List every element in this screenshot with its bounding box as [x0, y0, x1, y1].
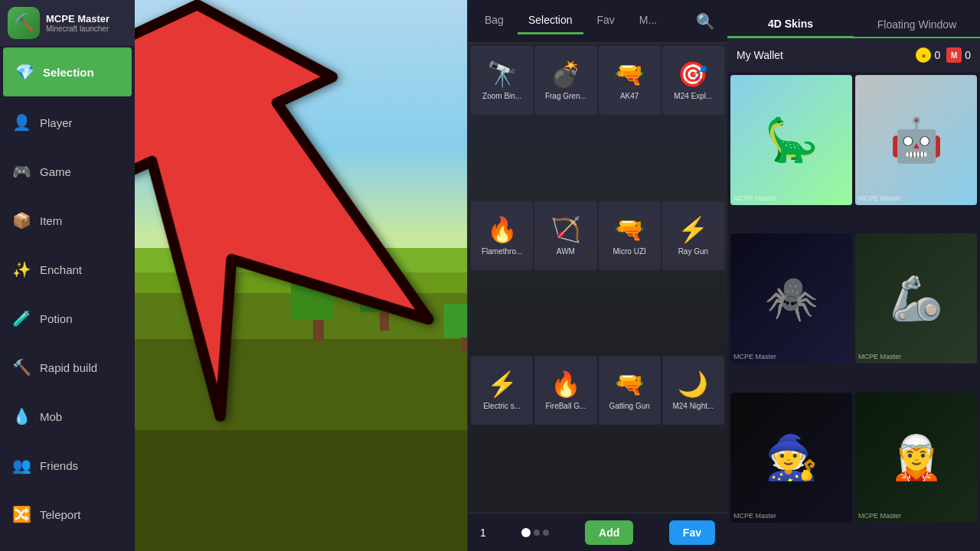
teleport-icon: 🔀 [12, 505, 31, 523]
skin-watermark-2: MCPE Master [858, 194, 901, 202]
tab-4d-skins[interactable]: 4D Skins [727, 11, 854, 38]
skin-watermark-6: MCPE Master [858, 512, 901, 520]
tree-1 [303, 277, 334, 341]
tab-bag[interactable]: Bag [474, 8, 514, 34]
page-dots [521, 528, 549, 537]
item-label-6: AWM [537, 247, 593, 256]
search-button[interactable]: 🔍 [690, 9, 721, 34]
add-button[interactable]: Add [585, 520, 633, 545]
item-cell-4[interactable]: 🎯 M24 Expl... [662, 46, 724, 115]
sidebar-item-item[interactable]: 📦 Item [0, 196, 135, 245]
wallet-label: My Wallet [737, 49, 910, 61]
sidebar-header: ⛏️ MCPE Master Minecraft launcher [0, 0, 135, 46]
item-label-8: Ray Gun [665, 247, 721, 256]
coin-icon: ● [916, 47, 931, 63]
sidebar-label-player: Player [40, 116, 73, 129]
tab-more[interactable]: M... [629, 8, 668, 34]
item-emoji-7: 🔫 [614, 215, 645, 244]
item-cell-5[interactable]: 🔥 Flamethro... [471, 201, 533, 270]
skin-watermark-4: MCPE Master [858, 353, 901, 360]
skin-card-2[interactable]: 🤖 MCPE Master [855, 75, 977, 205]
skin-emoji-1: 🦕 [765, 115, 818, 165]
sidebar-item-player[interactable]: 👤 Player [0, 98, 135, 147]
page-number: 1 [480, 527, 486, 539]
skins-grid: 🦕 MCPE Master 🤖 MCPE Master 🕷️ MCPE Mast… [727, 72, 980, 551]
item-emoji-1: 🔭 [487, 60, 518, 89]
sidebar-label-game: Game [40, 165, 71, 178]
item-label-7: Micro UZI [602, 247, 658, 256]
sidebar-item-friends[interactable]: 👥 Friends [0, 441, 135, 490]
gem-count: 0 [965, 49, 971, 61]
item-cell-7[interactable]: 🔫 Micro UZI [599, 201, 661, 270]
sidebar-item-teleport[interactable]: 🔀 Teleport [0, 490, 135, 539]
item-cell-1[interactable]: 🔭 Zoom Bin... [471, 46, 533, 115]
center-panel: Bag Selection Fav M... 🔍 🔭 Zoom Bin... 💣… [467, 0, 727, 551]
game-icon: 🎮 [12, 162, 31, 181]
item-cell-6[interactable]: 🏹 AWM [534, 201, 596, 270]
selection-icon: 💎 [15, 63, 34, 81]
sidebar-item-game[interactable]: 🎮 Game [0, 147, 135, 196]
item-grid: 🔭 Zoom Bin... 💣 Frag Gren... 🔫 AK47 🎯 M2… [468, 43, 727, 513]
sidebar-label-item: Item [40, 214, 62, 227]
rapid-build-icon: 🔨 [12, 358, 31, 377]
skin-bg-2: 🤖 [855, 75, 977, 205]
tab-fav[interactable]: Fav [586, 8, 626, 34]
item-cell-2[interactable]: 💣 Frag Gren... [534, 46, 596, 115]
skin-emoji-3: 🕷️ [765, 273, 818, 324]
skin-bg-1: 🦕 [730, 75, 852, 205]
sidebar-label-rapid-build: Rapid build [40, 361, 97, 374]
item-emoji-5: 🔥 [487, 215, 518, 244]
gem-icon: M [946, 47, 962, 63]
sidebar-label-teleport: Teleport [40, 508, 80, 521]
skin-card-4[interactable]: 🦾 MCPE Master [855, 233, 977, 364]
sidebar-item-enchant[interactable]: ✨ Enchant [0, 245, 135, 294]
item-emoji-2: 💣 [550, 60, 581, 89]
item-emoji-10: 🔥 [550, 370, 581, 399]
panel-tabs: Bag Selection Fav M... 🔍 [468, 0, 727, 43]
sidebar-item-mob[interactable]: 💧 Mob [0, 392, 135, 441]
skin-emoji-2: 🤖 [890, 115, 943, 165]
item-emoji-8: ⚡ [678, 215, 708, 244]
panel-footer: 1 Add Fav [468, 513, 727, 551]
app-title-group: MCPE Master Minecraft launcher [46, 13, 109, 34]
dot-2 [534, 530, 540, 536]
item-label-11: Gatling Gun [602, 402, 658, 411]
item-label-2: Frag Gren... [537, 92, 593, 101]
item-label-9: Electric s... [474, 402, 530, 411]
item-cell-3[interactable]: 🔫 AK47 [599, 46, 661, 115]
right-panel-tabs: 4D Skins Floating Window [727, 0, 980, 38]
item-cell-9[interactable]: ⚡ Electric s... [471, 356, 533, 425]
mob-icon: 💧 [12, 407, 31, 425]
sidebar-item-potion[interactable]: 🧪 Potion [0, 294, 135, 343]
sidebar-label-friends: Friends [40, 459, 78, 472]
item-emoji-3: 🔫 [614, 60, 645, 89]
dot-1 [521, 528, 531, 537]
skin-card-1[interactable]: 🦕 MCPE Master [730, 75, 852, 205]
app-logo: ⛏️ [8, 7, 40, 39]
wallet-coins: ● 0 [916, 47, 940, 63]
sidebar-label-enchant: Enchant [40, 263, 82, 276]
right-panel: 4D Skins Floating Window My Wallet ● 0 M… [727, 0, 980, 551]
skin-card-3[interactable]: 🕷️ MCPE Master [730, 233, 852, 364]
skin-emoji-6: 🧝 [890, 432, 943, 483]
item-cell-10[interactable]: 🔥 FireBall G... [534, 356, 596, 425]
skin-card-6[interactable]: 🧝 MCPE Master [855, 393, 977, 523]
tab-floating-window[interactable]: Floating Window [854, 12, 980, 37]
coin-count: 0 [934, 49, 940, 61]
skin-bg-6: 🧝 [855, 393, 977, 523]
sidebar-item-selection[interactable]: 💎 Selection [3, 47, 132, 96]
app-name: MCPE Master [46, 13, 109, 25]
item-cell-11[interactable]: 🔫 Gatling Gun [599, 356, 661, 425]
fav-button[interactable]: Fav [669, 520, 715, 545]
item-icon: 📦 [12, 211, 31, 230]
wallet-bar: My Wallet ● 0 M 0 [727, 38, 980, 72]
tab-selection[interactable]: Selection [518, 8, 583, 34]
app-subtitle: Minecraft launcher [46, 24, 109, 33]
sidebar-label-potion: Potion [40, 312, 73, 325]
skin-bg-5: 🧙 [730, 393, 852, 523]
friends-icon: 👥 [12, 456, 31, 474]
sidebar-item-rapid-build[interactable]: 🔨 Rapid build [0, 343, 135, 392]
item-cell-8[interactable]: ⚡ Ray Gun [662, 201, 724, 270]
skin-card-5[interactable]: 🧙 MCPE Master [730, 393, 852, 523]
item-cell-12[interactable]: 🌙 M24 Night... [662, 356, 724, 425]
